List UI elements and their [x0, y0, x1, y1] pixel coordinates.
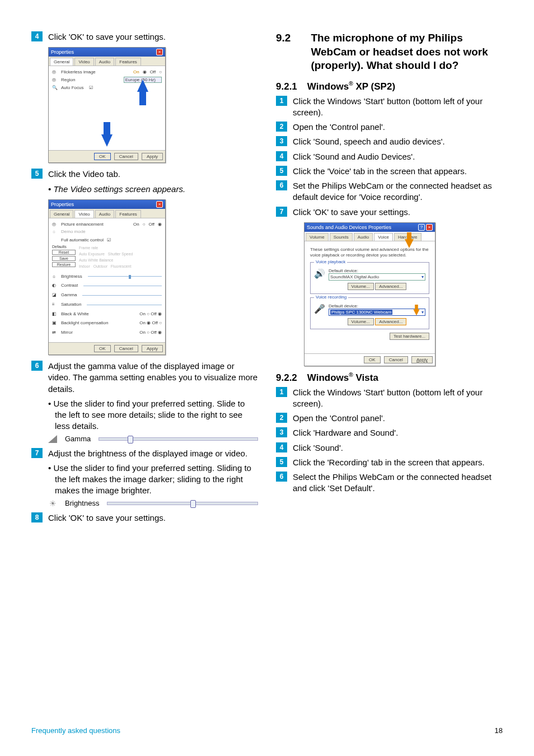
step-badge: 7 — [276, 207, 287, 217]
footer-title: Frequently asked questions — [31, 726, 120, 735]
saturation-row: Saturation — [61, 301, 81, 309]
step-badge: 4 — [276, 442, 287, 452]
properties-dialog-video-figure: Properties × General Video Audio Feature… — [48, 199, 258, 355]
step-text: Click 'Sound, speech and audio devices'. — [293, 136, 503, 147]
brightness-slider — [107, 502, 258, 505]
step-badge: 5 — [276, 166, 287, 176]
step-text-4: Click 'OK' to save your settings. — [48, 31, 258, 43]
tab-features: Features — [115, 210, 141, 218]
default-device-label: Default device: — [329, 304, 425, 309]
picture-enh-label: Picture enhancement — [61, 222, 104, 227]
step-text-6: Adjust the gamma value of the displayed … — [48, 361, 258, 395]
gamma-label: Gamma — [65, 435, 91, 443]
gamma-icon — [48, 435, 57, 444]
contrast-row: Contrast — [61, 282, 78, 290]
ok-button: OK — [364, 356, 381, 363]
bw-row: Black & White — [61, 311, 89, 318]
step-text: Select the Philips WebCam or the connect… — [293, 472, 503, 494]
dialog-title: Sounds and Audio Devices Properties — [307, 225, 391, 230]
step-badge: 6 — [276, 472, 287, 482]
tab-audio: Audio — [95, 58, 114, 66]
section-number: 9.2 — [276, 31, 291, 73]
section-title: The microphone of my Philips WebCam or h… — [311, 31, 503, 73]
step-text: Click 'OK' to save your settings. — [293, 207, 503, 218]
default-device-label: Default device: — [329, 268, 425, 273]
gamma-row: Gamma — [61, 292, 77, 299]
step-badge: 4 — [276, 151, 287, 161]
tab-general: General — [50, 210, 73, 218]
recording-select: Philips SPC 1300NC Webcam▾ — [329, 309, 425, 316]
on-label: On — [133, 69, 139, 74]
step-badge-7: 7 — [31, 448, 43, 458]
reset-button: Reset — [52, 250, 76, 255]
svg-marker-0 — [48, 435, 57, 443]
cancel-button: Cancel — [114, 153, 138, 160]
step-badge: 2 — [276, 413, 287, 423]
brightness-row: Brightness — [61, 273, 82, 281]
step-text: Click the Windows 'Start' button (bottom… — [293, 387, 503, 410]
step-badge-4: 4 — [31, 31, 43, 41]
full-auto-label: Full automatic control — [61, 237, 104, 242]
ok-button: OK — [94, 345, 111, 352]
backlight-row: Backlight compensation — [61, 320, 109, 327]
step-text: Open the 'Control panel'. — [293, 122, 503, 133]
apply-button: Apply — [142, 153, 163, 160]
arrow-down-icon — [101, 134, 113, 147]
mic-icon: 🎤 — [314, 304, 325, 314]
on-label2: On — [133, 222, 139, 227]
step-text: Click the 'Voice' tab in the screen that… — [293, 166, 503, 177]
tab-voice: Voice — [374, 233, 393, 241]
step-text-7: Adjust the brightness of the displayed i… — [48, 448, 258, 459]
voice-playback-legend: Voice playback — [314, 259, 347, 264]
step-badge: 1 — [276, 387, 287, 397]
mirror-row: Mirror — [61, 329, 73, 337]
properties-dialog-general-figure: Properties × General Video Audio Feature… — [48, 47, 258, 163]
tab-audio: Audio — [95, 210, 114, 218]
playback-select: SoundMAX Digital Audio▾ — [329, 273, 425, 281]
step-text: Click 'Hardware and Sound'. — [293, 427, 503, 438]
step-badge: 1 — [276, 96, 287, 106]
tab-volume: Volume — [306, 233, 329, 241]
step-badge: 2 — [276, 122, 287, 132]
advanced-button: Advanced... — [375, 318, 406, 325]
step-badge: 6 — [276, 180, 287, 190]
sounds-audio-dialog-figure: Sounds and Audio Devices Properties ?× V… — [304, 222, 503, 366]
off-label2: Off — [148, 222, 154, 227]
dialog-title: Properties — [51, 202, 74, 207]
restore-button: Restore — [52, 262, 76, 267]
arrow-down-icon — [405, 239, 414, 248]
step-badge-8: 8 — [31, 512, 43, 522]
off-label: Off — [150, 69, 156, 74]
page-number: 18 — [495, 726, 503, 735]
tab-sounds: Sounds — [330, 233, 353, 241]
gamma-slider — [99, 437, 258, 441]
tab-features: Features — [115, 58, 141, 66]
advanced-button: Advanced... — [375, 283, 406, 290]
step6-bullet: Use the slider to find your preferred se… — [31, 398, 258, 432]
tab-general: General — [50, 58, 73, 66]
autofocus-label: Auto Focus — [61, 85, 83, 90]
step-text: Click the Windows 'Start' button (bottom… — [293, 96, 503, 119]
cancel-button: Cancel — [114, 345, 138, 352]
step5-caption: • The Video settings screen appears. — [31, 184, 258, 195]
step-text: Click the 'Recording' tab in the screen … — [293, 457, 503, 468]
defaults-label: Defaults — [52, 245, 76, 249]
brightness-icon: ☀ — [48, 499, 57, 508]
volume-button: Volume... — [348, 318, 374, 325]
test-hardware-button: Test hardware... — [390, 333, 429, 340]
close-icon: × — [156, 201, 163, 208]
flickerless-label: Flickerless image — [61, 69, 96, 74]
tab-video: Video — [74, 58, 93, 66]
subsection-922-head: 9.2.2Windows® Vista — [276, 372, 503, 384]
step-text-5: Click the Video tab. — [48, 169, 258, 180]
tab-audio: Audio — [354, 233, 373, 241]
volume-button: Volume... — [348, 283, 374, 290]
save-button: Save — [52, 256, 76, 261]
voice-recording-legend: Voice recording — [314, 295, 348, 300]
step-badge-5: 5 — [31, 169, 43, 179]
arrow-down-icon — [413, 309, 419, 315]
step-text: Open the 'Control panel'. — [293, 413, 503, 424]
tab-video: Video — [74, 210, 93, 218]
step-text: Click 'Sound and Audio Devices'. — [293, 151, 503, 162]
step-badge: 3 — [276, 427, 287, 437]
